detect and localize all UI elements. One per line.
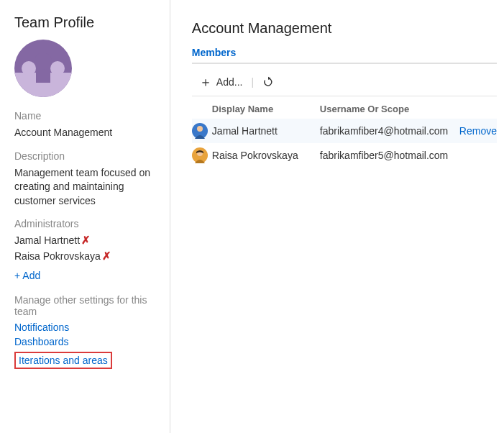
refresh-button[interactable] bbox=[262, 76, 274, 88]
toolbar: ＋ Add... | bbox=[192, 71, 497, 96]
notifications-link[interactable]: Notifications bbox=[14, 322, 157, 333]
remove-icon[interactable]: ✗ bbox=[81, 234, 91, 247]
administrators-label: Administrators bbox=[14, 218, 157, 229]
administrator-name: Jamal Hartnett bbox=[14, 234, 80, 246]
svg-point-7 bbox=[197, 126, 203, 132]
table-row[interactable]: Jamal Hartnett fabrikamfiber4@hotmail.co… bbox=[192, 119, 497, 143]
svg-point-2 bbox=[22, 61, 36, 76]
name-label: Name bbox=[14, 110, 157, 122]
sidebar: Team Profile Name Account Management Des… bbox=[0, 0, 170, 433]
main-title: Account Management bbox=[192, 20, 497, 37]
member-name: Jamal Hartnett bbox=[212, 125, 320, 137]
refresh-icon bbox=[262, 76, 274, 88]
add-member-button[interactable]: ＋ Add... bbox=[199, 76, 243, 88]
table-row[interactable]: Raisa Pokrovskaya fabrikamfiber5@hotmail… bbox=[192, 143, 497, 168]
remove-icon[interactable]: ✗ bbox=[102, 250, 111, 263]
add-administrator-link[interactable]: + Add bbox=[14, 270, 157, 281]
member-avatar bbox=[192, 123, 208, 139]
name-value: Account Management bbox=[14, 126, 157, 140]
member-name: Raisa Pokrovskaya bbox=[212, 150, 320, 161]
svg-point-3 bbox=[50, 61, 65, 76]
page-title: Team Profile bbox=[14, 14, 157, 31]
manage-settings-label: Manage other settings for this team bbox=[14, 294, 157, 317]
iterations-areas-link[interactable]: Iterations and areas bbox=[19, 355, 108, 366]
tab-members[interactable]: Members bbox=[192, 47, 236, 63]
column-display-name: Display Name bbox=[212, 104, 320, 114]
dashboards-link[interactable]: Dashboards bbox=[14, 336, 157, 347]
remove-member-link[interactable]: Remove bbox=[457, 125, 497, 137]
add-label: Add... bbox=[216, 76, 243, 88]
iterations-highlight: Iterations and areas bbox=[14, 352, 112, 369]
separator: | bbox=[251, 76, 254, 88]
administrator-item: Jamal Hartnett ✗ bbox=[14, 234, 157, 247]
description-value: Management team focused on creating and … bbox=[14, 166, 157, 209]
member-username: fabrikamfiber4@hotmail.com bbox=[320, 125, 457, 137]
administrators-list: Jamal Hartnett ✗ Raisa Pokrovskaya ✗ bbox=[14, 234, 157, 263]
member-username: fabrikamfiber5@hotmail.com bbox=[320, 150, 457, 161]
tab-underline bbox=[192, 63, 497, 64]
svg-point-5 bbox=[35, 53, 52, 70]
administrator-item: Raisa Pokrovskaya ✗ bbox=[14, 250, 157, 263]
description-label: Description bbox=[14, 150, 157, 162]
team-avatar bbox=[14, 40, 72, 97]
plus-icon: ＋ bbox=[199, 76, 212, 88]
administrator-name: Raisa Pokrovskaya bbox=[14, 250, 101, 262]
grid-header: Display Name Username Or Scope bbox=[192, 99, 497, 119]
member-avatar bbox=[192, 147, 208, 163]
column-username: Username Or Scope bbox=[320, 104, 457, 114]
main-content: Account Management Members ＋ Add... | Di… bbox=[170, 0, 504, 433]
